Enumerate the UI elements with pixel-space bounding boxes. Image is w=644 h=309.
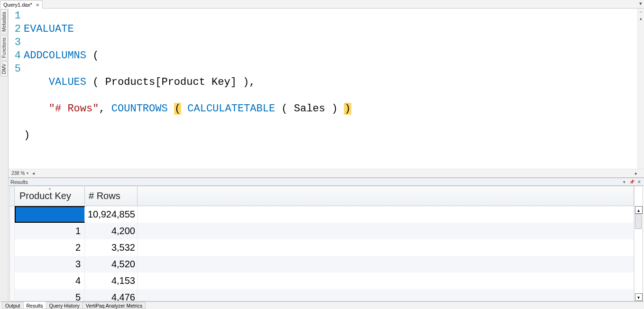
row-header-corner bbox=[10, 186, 15, 206]
results-grid-wrap: ▴ Product Key # Rows 10,924,85514,20023,… bbox=[10, 186, 634, 301]
close-icon[interactable]: ✕ bbox=[636, 179, 642, 185]
left-dock: Metadata Functions DMV bbox=[0, 9, 9, 301]
dax-keyword: EVALUATE bbox=[24, 23, 74, 35]
scroll-track[interactable] bbox=[635, 214, 643, 293]
row-header[interactable] bbox=[10, 223, 15, 239]
dropdown-icon[interactable]: ▾ bbox=[621, 179, 627, 185]
cell-product-key[interactable] bbox=[15, 206, 85, 223]
dax-keyword: CALCULATETABLE bbox=[187, 103, 275, 115]
line-number: 5 bbox=[9, 63, 21, 76]
results-scrollbar[interactable]: ▴ ▾ bbox=[634, 186, 643, 301]
chevron-down-icon[interactable]: ▾ bbox=[26, 171, 29, 175]
code-editor[interactable]: 1 2 3 4 5 EVALUATE ADDCOLUMNS ( VALUES (… bbox=[9, 9, 644, 169]
tab-query-history[interactable]: Query History bbox=[46, 302, 83, 309]
code-text: ( Sales ) bbox=[275, 103, 344, 115]
cell-product-key[interactable]: 3 bbox=[15, 256, 85, 273]
workspace: Metadata Functions DMV 1 2 3 4 5 EVALUAT… bbox=[0, 9, 644, 301]
line-number: 2 bbox=[9, 23, 21, 36]
dax-keyword: VALUES bbox=[49, 76, 86, 88]
cell-rowcount[interactable]: 3,532 bbox=[85, 239, 138, 256]
dax-keyword: ADDCOLUMNS bbox=[24, 50, 86, 62]
line-number: 1 bbox=[9, 9, 21, 23]
main-column: 1 2 3 4 5 EVALUATE ADDCOLUMNS ( VALUES (… bbox=[9, 9, 644, 301]
scroll-thumb[interactable] bbox=[635, 214, 642, 229]
document-tab-bar: Query1.dax* ✕ ▾ bbox=[0, 0, 644, 9]
results-titlebar: Results ▾ 📌 ✕ bbox=[9, 178, 644, 186]
cell-product-key[interactable]: 4 bbox=[15, 273, 85, 289]
sort-indicator-icon: ▴ bbox=[49, 186, 51, 191]
tab-vertipaq[interactable]: VertiPaq Analyzer Metrics bbox=[83, 302, 146, 309]
bracket-highlight: ) bbox=[344, 103, 351, 115]
column-header-filler bbox=[138, 186, 634, 206]
column-header-label: # Rows bbox=[89, 191, 120, 201]
column-header-label: Product Key bbox=[19, 191, 71, 201]
row-header[interactable] bbox=[10, 273, 15, 289]
dax-keyword: COUNTROWS bbox=[111, 103, 168, 115]
row-header[interactable] bbox=[10, 239, 15, 256]
bracket-highlight: ( bbox=[174, 103, 181, 115]
document-tab-title: Query1.dax* bbox=[3, 2, 32, 8]
cell-product-key[interactable]: 2 bbox=[15, 239, 85, 256]
cell-product-key[interactable]: 1 bbox=[15, 223, 85, 239]
code-text: ( bbox=[86, 50, 99, 62]
cell-rowcount[interactable]: 10,924,855 bbox=[85, 206, 138, 223]
cell-rowcount[interactable]: 4,153 bbox=[85, 273, 138, 289]
bottom-tab-bar: Output Results Query History VertiPaq An… bbox=[0, 301, 644, 309]
pin-icon[interactable]: 📌 bbox=[629, 179, 635, 185]
code-text: ( Products[Product Key] ), bbox=[86, 76, 255, 88]
line-number: 4 bbox=[9, 49, 21, 63]
cell-filler bbox=[138, 289, 634, 301]
column-header[interactable]: # Rows bbox=[85, 186, 138, 206]
dock-tab-functions[interactable]: Functions bbox=[0, 35, 8, 60]
code-text bbox=[168, 103, 174, 115]
editor-zoom-bar: 238 % ▾ ◂ ▸ bbox=[9, 169, 644, 177]
tab-output[interactable]: Output bbox=[2, 302, 24, 309]
results-title-text: Results bbox=[10, 179, 28, 185]
column-header[interactable]: ▴ Product Key bbox=[15, 186, 85, 206]
tab-results[interactable]: Results bbox=[23, 302, 46, 309]
code-text: ) bbox=[24, 129, 30, 141]
row-header[interactable] bbox=[10, 206, 15, 223]
window-collapse-icon[interactable]: ▾ bbox=[637, 0, 644, 7]
zoom-level[interactable]: 238 % bbox=[11, 171, 25, 176]
dax-string: "# Rows" bbox=[49, 103, 99, 115]
code-indent bbox=[24, 103, 49, 115]
dock-tab-metadata[interactable]: Metadata bbox=[0, 9, 8, 34]
cell-rowcount[interactable]: 4,200 bbox=[85, 223, 138, 239]
hscroll-right-icon[interactable]: ▸ bbox=[635, 171, 637, 176]
dock-tab-dmv[interactable]: DMV bbox=[0, 61, 8, 76]
cell-product-key[interactable]: 5 bbox=[15, 289, 85, 301]
editor-area: 1 2 3 4 5 EVALUATE ADDCOLUMNS ( VALUES (… bbox=[9, 9, 644, 178]
code-text bbox=[181, 103, 187, 115]
cell-filler bbox=[138, 273, 634, 289]
code-text: , bbox=[99, 103, 111, 115]
code-content[interactable]: EVALUATE ADDCOLUMNS ( VALUES ( Products[… bbox=[24, 9, 644, 169]
cell-rowcount[interactable]: 4,476 bbox=[85, 289, 138, 301]
cell-rowcount[interactable]: 4,520 bbox=[85, 256, 138, 273]
document-tab[interactable]: Query1.dax* ✕ bbox=[0, 0, 43, 9]
scroll-up-icon[interactable]: ▴ bbox=[638, 15, 644, 22]
results-pane: Results ▾ 📌 ✕ ▴ Product Key bbox=[9, 178, 644, 301]
results-body: ▴ Product Key # Rows 10,924,85514,20023,… bbox=[9, 186, 643, 301]
cell-filler bbox=[138, 256, 634, 273]
split-icon[interactable]: – bbox=[638, 9, 644, 15]
hscroll-left-icon[interactable]: ◂ bbox=[32, 171, 35, 176]
row-header[interactable] bbox=[10, 256, 15, 273]
scroll-down-icon[interactable]: ▾ bbox=[635, 293, 643, 301]
scroll-up-icon[interactable]: ▴ bbox=[635, 206, 643, 214]
editor-scrollbar[interactable]: – ▴ bbox=[637, 9, 644, 169]
code-indent bbox=[24, 76, 49, 88]
results-grid[interactable]: ▴ Product Key # Rows 10,924,85514,20023,… bbox=[10, 186, 634, 301]
line-number: 3 bbox=[9, 36, 21, 49]
close-icon[interactable]: ✕ bbox=[35, 2, 40, 8]
line-number-gutter: 1 2 3 4 5 bbox=[9, 9, 24, 169]
cell-filler bbox=[138, 206, 634, 223]
cell-filler bbox=[138, 223, 634, 239]
cell-filler bbox=[138, 239, 634, 256]
row-header[interactable] bbox=[10, 289, 15, 301]
